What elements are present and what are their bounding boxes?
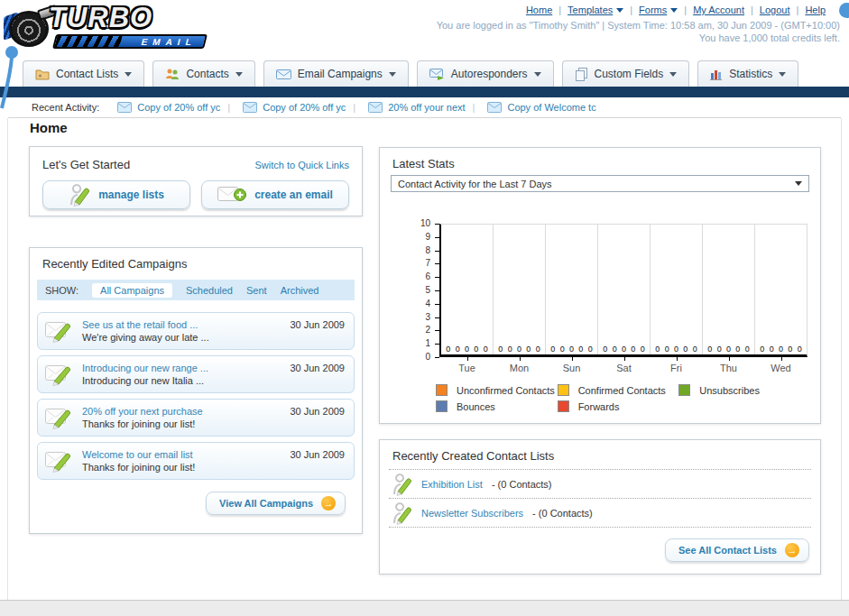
campaign-title-link[interactable]: Introducing our new range ... — [82, 362, 208, 374]
tab-statistics[interactable]: Statistics — [697, 60, 798, 87]
recent-activity-link[interactable]: Copy of 20% off yc — [137, 102, 220, 113]
x-tick-mark — [677, 357, 678, 361]
y-tick-label: 7 — [425, 258, 430, 268]
x-axis-label: Thu — [703, 363, 754, 373]
envelope-icon — [368, 102, 383, 113]
recent-activity-label: Recent Activity: — [32, 102, 99, 113]
stats-period-select[interactable]: Contact Activity for the Last 7 Days — [391, 175, 809, 192]
recently-edited-campaigns-panel: Recently Edited Campaigns SHOW: All Camp… — [29, 247, 363, 534]
tab-contacts[interactable]: Contacts — [152, 60, 254, 87]
bar-value-labels: 00000 — [441, 345, 493, 354]
bar-value-label: 0 — [588, 345, 593, 354]
recent-activity-link[interactable]: 20% off your next — [388, 102, 465, 113]
x-axis-label: Sun — [546, 363, 597, 373]
recent-activity-item: Copy of 20% off yc — [220, 102, 346, 113]
bar-value-labels: 00000 — [598, 345, 650, 354]
contact-list-item: Exhibition List - (0 Contacts) — [392, 470, 807, 498]
bar-value-label: 0 — [578, 345, 583, 354]
filter-sent[interactable]: Sent — [246, 285, 267, 296]
see-all-contact-lists-button[interactable]: See All Contact Lists → — [665, 538, 809, 562]
contact-list-count: - (0 Contacts) — [532, 508, 593, 519]
campaign-row: See us at the retail food ... We're givi… — [37, 312, 355, 350]
y-tick-label: 3 — [425, 312, 430, 322]
bar-value-label: 0 — [456, 345, 460, 354]
envelope-icon — [276, 69, 291, 80]
envelope-pencil-icon — [45, 361, 74, 388]
campaign-subtitle: Thanks for joining our list! — [82, 418, 203, 430]
x-tick-mark — [624, 357, 625, 361]
campaign-title-link[interactable]: See us at the retail food ... — [82, 318, 209, 331]
campaign-row: 20% off your next purchase Thanks for jo… — [37, 399, 355, 437]
bar-value-label: 0 — [798, 345, 802, 354]
legend-item: Unsubscribes — [678, 384, 800, 396]
x-axis-label: Mon — [494, 363, 545, 373]
credits-line: You have 1,000 total credits left. — [437, 32, 840, 44]
y-tick-label: 1 — [425, 338, 430, 348]
contact-list-link[interactable]: Newsletter Subscribers — [421, 508, 523, 519]
latest-stats-panel: Latest Stats Contact Activity for the La… — [379, 147, 821, 424]
envelope-pencil-icon — [45, 404, 74, 431]
main-nav-tabs: Contact Lists Contacts Email Campaigns A… — [23, 60, 798, 87]
bar-value-label: 0 — [622, 345, 626, 354]
bar-value-label: 0 — [779, 345, 783, 354]
filter-scheduled[interactable]: Scheduled — [186, 285, 233, 296]
nav-link-my-account[interactable]: My Account — [693, 5, 744, 15]
x-tick-mark — [520, 357, 521, 361]
nav-link-forms[interactable]: Forms — [639, 5, 678, 15]
bar-value-label: 0 — [683, 345, 688, 354]
bar-value-label: 0 — [508, 345, 512, 354]
chart-groups: 00000Tue00000Mon00000Sun00000Sat00000Fri… — [441, 225, 807, 354]
top-nav: Home Templates Forms My Account Logout H… — [526, 5, 826, 15]
header: TURBO EMAIL Home Templates Forms My Acco… — [0, 0, 849, 60]
create-email-button[interactable]: create an email — [201, 180, 349, 209]
bar-value-label: 0 — [536, 345, 540, 354]
nav-link-templates[interactable]: Templates — [568, 5, 623, 15]
nav-link-logout[interactable]: Logout — [760, 5, 790, 15]
campaign-filter-bar: SHOW: All Campaigns Scheduled Sent Archi… — [37, 280, 355, 300]
nav-link-help[interactable]: Help — [805, 5, 826, 15]
campaign-title-link[interactable]: 20% off your next purchase — [82, 405, 203, 418]
x-axis-label: Sat — [598, 363, 650, 373]
y-tick-label: 6 — [425, 271, 430, 281]
get-started-panel: Let's Get Started Switch to Quick Links … — [29, 146, 363, 216]
legend-label: Forwards — [578, 401, 620, 412]
contact-list-link[interactable]: Exhibition List — [421, 479, 483, 490]
filter-all-campaigns[interactable]: All Campaigns — [92, 283, 172, 298]
tab-autoresponders[interactable]: Autoresponders — [417, 60, 554, 87]
manage-lists-button[interactable]: manage lists — [42, 180, 190, 209]
bar-value-label: 0 — [674, 345, 678, 354]
view-all-campaigns-button[interactable]: View All Campaigns → — [206, 492, 346, 515]
banner-stripes — [55, 36, 123, 47]
person-pencil-icon — [69, 183, 90, 207]
bar-value-label: 0 — [484, 345, 488, 354]
bar-chart-icon — [710, 68, 723, 80]
chart-day-group: 00000Mon — [494, 225, 546, 354]
nav-link-home[interactable]: Home — [526, 5, 552, 15]
chevron-down-icon — [534, 72, 541, 77]
arrow-right-icon: → — [785, 543, 799, 557]
bar-value-label: 0 — [517, 345, 521, 354]
switch-quick-links[interactable]: Switch to Quick Links — [254, 160, 349, 170]
bar-value-labels: 00000 — [494, 345, 545, 354]
tab-custom-fields[interactable]: Custom Fields — [562, 60, 690, 87]
y-tick-label: 10 — [420, 218, 430, 228]
filter-archived[interactable]: Archived — [281, 285, 319, 296]
recent-activity-link[interactable]: Copy of Welcome tc — [507, 102, 595, 113]
chevron-down-icon — [389, 72, 396, 77]
tab-label: Statistics — [729, 68, 772, 80]
chevron-down-icon — [669, 72, 677, 77]
chart-day-group: 00000Thu — [703, 225, 755, 354]
bar-value-label: 0 — [569, 345, 574, 354]
latest-stats-title: Latest Stats — [392, 157, 455, 170]
campaign-subtitle: We're giving away our late ... — [82, 331, 209, 344]
campaign-title-link[interactable]: Welcome to our email list — [82, 448, 195, 461]
campaign-subtitle: Introducing our new Italia ... — [82, 374, 208, 387]
tab-email-campaigns[interactable]: Email Campaigns — [263, 60, 409, 87]
tab-label: Contact Lists — [56, 68, 118, 80]
chart-day-group: 00000Fri — [651, 225, 703, 354]
recent-activity-link[interactable]: Copy of 20% off yc — [263, 102, 346, 113]
contact-list-count: - (0 Contacts) — [492, 479, 552, 490]
tab-contact-lists[interactable]: Contact Lists — [23, 60, 144, 87]
contact-lists-title: Recently Created Contact Lists — [392, 449, 807, 463]
bar-value-label: 0 — [560, 345, 565, 354]
